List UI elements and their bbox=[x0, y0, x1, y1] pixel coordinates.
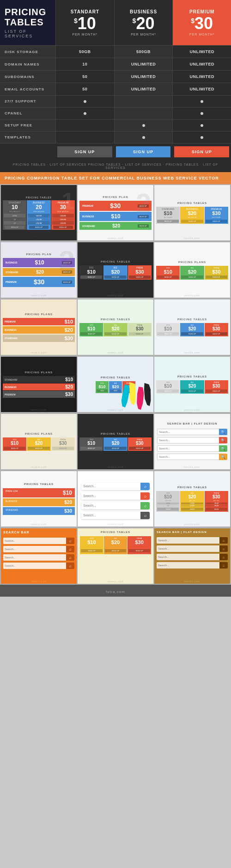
cell-biz bbox=[114, 132, 173, 143]
mini-signup[interactable]: SIGN UP bbox=[181, 275, 203, 279]
mini-signup[interactable]: SIGN UP bbox=[129, 275, 151, 279]
mini-signup[interactable]: SIGN UP bbox=[138, 204, 149, 208]
mini-signup[interactable]: SIGN UP bbox=[104, 447, 126, 450]
mini-signup[interactable]: SIGN UP bbox=[29, 226, 49, 229]
mini-signup[interactable]: SIGN UP bbox=[128, 549, 150, 552]
mini-signup[interactable]: SIGN UP bbox=[181, 389, 203, 393]
mini-signup[interactable]: SIGN UP bbox=[206, 332, 227, 335]
thumbnails-grid-row2: 2 PRICING PLAN BUSINESS $10 SIGN UP STAN… bbox=[0, 241, 231, 299]
feature-values bbox=[55, 108, 231, 119]
mini-signup[interactable]: SIGN bbox=[157, 508, 179, 511]
search-input[interactable] bbox=[3, 546, 66, 552]
signup-button-premium[interactable]: SIGN UP bbox=[174, 146, 229, 157]
plan-period-premium: PER MONTH* bbox=[189, 33, 215, 36]
search-button[interactable]: ⌕ bbox=[66, 546, 74, 552]
search-button[interactable]: ⌕ bbox=[219, 562, 228, 569]
search-button[interactable]: ⌕ bbox=[66, 554, 74, 561]
search-button[interactable]: ⌕ bbox=[140, 492, 150, 500]
mini-signup[interactable]: SIGN UP bbox=[206, 220, 227, 223]
search-input[interactable] bbox=[3, 554, 66, 561]
feature-values: 50GB 500GB UNLIMITED bbox=[55, 46, 231, 58]
search-input[interactable] bbox=[157, 537, 219, 544]
mini-signup[interactable]: SIGN UP bbox=[62, 281, 72, 284]
mini-signup[interactable]: SIGN UP bbox=[206, 275, 227, 279]
mini-signup[interactable]: SIGN UP bbox=[80, 447, 102, 450]
search-button[interactable]: 🔍 bbox=[219, 454, 227, 460]
price-amount-premium: 30 bbox=[195, 15, 213, 32]
mini-signup[interactable]: SIGN UP bbox=[4, 447, 25, 450]
feature-label: TEMPLATES bbox=[0, 132, 55, 143]
thumbnail-14: PRICING TABLES STD $10 SIGN UP BIZ $20 S… bbox=[78, 414, 153, 469]
mini-signup[interactable]: SIGN UP bbox=[52, 447, 74, 450]
search-input[interactable] bbox=[3, 538, 66, 544]
plan-price-business: $ 20 bbox=[133, 15, 155, 32]
mini-signup[interactable]: SIGN UP bbox=[62, 261, 72, 264]
mini-signup[interactable]: SIGN UP bbox=[157, 332, 179, 335]
search-button[interactable]: ⌕ bbox=[219, 554, 228, 560]
mini-signup[interactable]: SIGN UP bbox=[81, 549, 103, 552]
search-button[interactable]: 🔍 bbox=[219, 437, 227, 443]
search-button[interactable]: ⌕ bbox=[140, 502, 150, 509]
search-input[interactable] bbox=[81, 502, 140, 509]
orange-banner: PRICING COMPARISON TABLE SET FOR COMMERC… bbox=[0, 172, 231, 184]
mini-signup[interactable]: SIGN UP bbox=[80, 332, 102, 335]
mini-signup[interactable]: SIGN UP bbox=[206, 389, 227, 393]
thumbnail-11: PRICING TABLES STD $10 SIGN BIZ $20 SIGN… bbox=[78, 357, 153, 412]
search-button[interactable]: 🔍 bbox=[219, 429, 227, 435]
mini-signup[interactable]: SIGN UP bbox=[53, 226, 73, 229]
search-input[interactable] bbox=[157, 429, 219, 435]
mini-signup[interactable]: SIGN UP bbox=[129, 332, 151, 335]
mini-signup[interactable]: SIGN bbox=[206, 508, 227, 511]
search-input[interactable] bbox=[157, 445, 219, 452]
thumbnail-search-2: ⌕ ⌕ ⌕ ⌕ vexels.com bbox=[78, 471, 153, 527]
mini-signup[interactable]: SIGN UP bbox=[138, 224, 149, 227]
mini-signup[interactable]: SIGN UP bbox=[181, 332, 203, 335]
dot-icon bbox=[142, 136, 145, 139]
cell-prem bbox=[172, 108, 231, 119]
search-input[interactable] bbox=[157, 554, 219, 560]
search-input[interactable] bbox=[157, 562, 219, 569]
mini-signup[interactable]: SIGN UP bbox=[157, 220, 179, 223]
mini-signup[interactable]: SIGN UP bbox=[104, 332, 126, 335]
search-button[interactable]: ⌕ bbox=[219, 545, 228, 552]
search-button[interactable]: ⌕ bbox=[140, 512, 150, 519]
thumbnails-grid-row6: PRICING TABLES PREM LUM $10 BUSINESS $20… bbox=[0, 470, 231, 527]
signup-button-standard[interactable]: SIGN UP bbox=[57, 146, 112, 157]
mini-signup[interactable]: SIGN UP bbox=[181, 220, 203, 223]
plan-header-business: BUSINESS $ 20 PER MONTH* bbox=[114, 0, 173, 45]
search-input[interactable] bbox=[3, 563, 66, 569]
mini-signup[interactable]: SIGN UP bbox=[80, 275, 102, 279]
search-button[interactable]: ⌕ bbox=[66, 563, 74, 569]
cell-prem bbox=[172, 96, 231, 107]
mini-signup[interactable]: SIGN UP bbox=[62, 270, 72, 274]
search-button[interactable]: ⌕ bbox=[219, 537, 228, 544]
search-button[interactable]: ⌕ bbox=[66, 538, 74, 544]
mini-signup[interactable]: SIGN UP bbox=[157, 389, 179, 393]
mini-signup[interactable]: SIGN UP bbox=[105, 549, 127, 552]
thumbnails-grid-row4: PRICING PLANS STANDARD $10 BUSINESS $20 … bbox=[0, 356, 231, 413]
search-input[interactable] bbox=[157, 437, 219, 443]
mini-signup[interactable]: SIGN UP bbox=[28, 447, 49, 450]
signup-button-business[interactable]: SIGN UP bbox=[116, 146, 171, 157]
feature-label: CPANEL bbox=[0, 108, 55, 119]
mini-signup[interactable]: SIGN UP bbox=[5, 226, 24, 229]
feature-values: 50 UNLIMITED UNLIMITED bbox=[55, 83, 231, 95]
mini-signup[interactable]: SIGN UP bbox=[104, 275, 126, 279]
mini-signup[interactable]: SIGN bbox=[97, 389, 108, 392]
last-row: SEARCH BAR ⌕ ⌕ ⌕ ⌕ vexels.com PRICING TA… bbox=[0, 527, 231, 585]
mini-signup[interactable]: SIGN UP bbox=[138, 215, 149, 218]
search-button[interactable]: ⌕ bbox=[140, 483, 150, 490]
mini-signup[interactable]: SIGN bbox=[110, 389, 121, 392]
mini-signup[interactable]: SIGN UP bbox=[129, 447, 151, 450]
thumbnail-2: 2 PRICING PLAN PREMIUM $30 SIGN UP BUSIN… bbox=[78, 185, 153, 240]
search-input[interactable] bbox=[81, 483, 140, 490]
search-input[interactable] bbox=[157, 545, 219, 552]
search-input[interactable] bbox=[157, 454, 219, 460]
search-button[interactable]: 🔍 bbox=[219, 445, 227, 452]
search-title-gold: SEARCH BAR | FLAT DESIGN bbox=[157, 531, 228, 533]
search-input[interactable] bbox=[81, 512, 140, 519]
mini-signup[interactable]: SIGN bbox=[181, 508, 203, 511]
thumbnail-15: PRICING TABLES PREM LUM $10 BUSINESS $20… bbox=[1, 471, 77, 527]
search-input[interactable] bbox=[81, 492, 140, 500]
mini-signup[interactable]: SIGN UP bbox=[157, 275, 179, 279]
